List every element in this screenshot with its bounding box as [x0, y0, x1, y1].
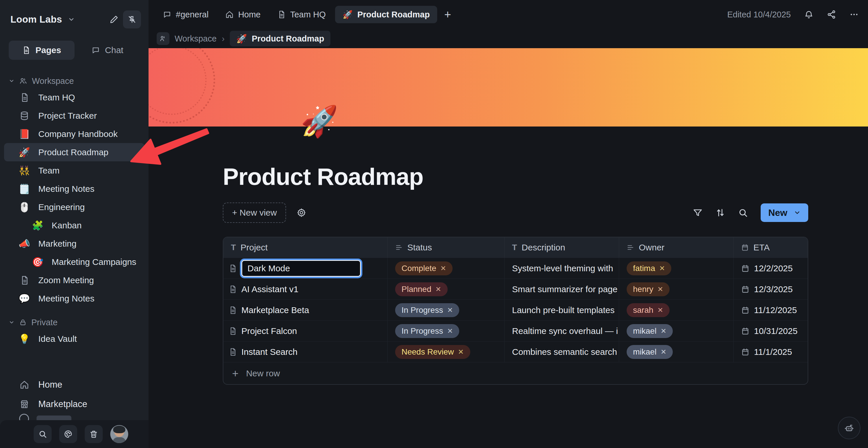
status-pill[interactable]: Planned✕: [395, 282, 447, 296]
sidebar-item-marketing[interactable]: 📣 Marketing: [0, 234, 149, 253]
page-title[interactable]: Product Roadmap: [223, 163, 868, 190]
trash-button[interactable]: [85, 425, 103, 443]
tab-general[interactable]: #general: [155, 6, 216, 23]
status-pill[interactable]: In Progress✕: [395, 324, 459, 338]
remove-tag-icon[interactable]: ✕: [660, 348, 666, 356]
edit-button[interactable]: [105, 10, 123, 28]
new-view-button[interactable]: + New view: [223, 203, 286, 223]
sidebar-item-marketplace[interactable]: Marketplace: [0, 394, 149, 414]
new-record-button[interactable]: New: [761, 203, 808, 222]
cell-owner[interactable]: henry✕: [619, 279, 734, 299]
cell-project[interactable]: Instant Search: [223, 341, 388, 362]
owner-pill[interactable]: henry✕: [627, 282, 670, 296]
page-cover-banner[interactable]: [149, 48, 868, 126]
owner-pill[interactable]: fatima✕: [627, 262, 671, 275]
share-button[interactable]: [827, 10, 836, 19]
chat-tab[interactable]: Chat: [74, 41, 141, 60]
sidebar-item-idea-vault[interactable]: 💡 Idea Vault: [0, 330, 149, 348]
breadcrumb-root[interactable]: Workspace: [175, 34, 217, 43]
sidebar-item-product-roadmap[interactable]: 🚀 Product Roadmap: [4, 143, 145, 161]
workspace-switcher[interactable]: Loom Labs: [10, 14, 62, 25]
remove-tag-icon[interactable]: ✕: [440, 264, 446, 272]
cell-owner[interactable]: mikael✕: [619, 341, 734, 362]
section-workspace[interactable]: Workspace: [0, 74, 149, 88]
theme-button[interactable]: [59, 425, 77, 443]
filter-button[interactable]: [693, 208, 703, 218]
workspace-icon[interactable]: [157, 32, 169, 45]
sidebar-item-meeting-notes-2[interactable]: 💬 Meeting Notes: [0, 289, 149, 307]
status-pill[interactable]: Needs Review✕: [395, 345, 470, 359]
cell-project[interactable]: Marketplace Beta: [223, 300, 388, 320]
cell-eta[interactable]: 12/2/2025: [734, 258, 808, 278]
remove-tag-icon[interactable]: ✕: [657, 306, 663, 314]
remove-tag-icon[interactable]: ✕: [447, 327, 453, 335]
sidebar-item-kanban[interactable]: 🧩 Kanban: [0, 216, 149, 234]
status-pill[interactable]: In Progress✕: [395, 303, 459, 317]
cell-owner[interactable]: sarah✕: [619, 300, 734, 320]
sidebar-item-zoom-meeting[interactable]: Zoom Meeting: [0, 271, 149, 289]
owner-pill[interactable]: sarah✕: [627, 303, 670, 317]
cell-project[interactable]: Project Falcon: [223, 321, 388, 341]
status-pill[interactable]: Complete✕: [395, 262, 453, 275]
chevron-down-icon[interactable]: [68, 16, 75, 23]
new-row-button[interactable]: + New row: [223, 362, 808, 384]
sort-button[interactable]: [715, 208, 725, 218]
new-tab-button[interactable]: +: [439, 6, 456, 23]
cell-project[interactable]: Dark Mode: [223, 258, 388, 278]
more-menu-button[interactable]: [849, 10, 859, 19]
cell-eta[interactable]: 12/3/2025: [734, 279, 808, 299]
sidebar-item-team-hq[interactable]: Team HQ: [0, 88, 149, 107]
cell-project[interactable]: AI Assistant v1: [223, 279, 388, 299]
user-avatar[interactable]: [110, 425, 128, 443]
search-table-button[interactable]: [738, 208, 748, 218]
sidebar-item-project-tracker[interactable]: Project Tracker: [0, 107, 149, 125]
assistant-button[interactable]: [838, 417, 861, 439]
sidebar-item-marketing-campaigns[interactable]: 🎯 Marketing Campaigns: [0, 253, 149, 271]
cell-status[interactable]: Planned✕: [388, 279, 504, 299]
cell-eta[interactable]: 11/12/2025: [734, 300, 808, 320]
notifications-button[interactable]: [804, 10, 813, 19]
remove-tag-icon[interactable]: ✕: [659, 264, 665, 272]
sidebar-item-home[interactable]: Home: [0, 375, 149, 394]
cell-description[interactable]: Combines semantic search: [504, 341, 619, 362]
pages-tab[interactable]: Pages: [9, 41, 74, 60]
cell-status[interactable]: In Progress✕: [388, 321, 504, 341]
owner-pill[interactable]: mikael✕: [627, 345, 673, 359]
column-header-eta[interactable]: ETA: [734, 237, 808, 258]
cell-status[interactable]: Complete✕: [388, 258, 504, 278]
cell-description[interactable]: Launch pre-built templates: [504, 300, 619, 320]
tab-product-roadmap[interactable]: 🚀 Product Roadmap: [335, 6, 437, 23]
remove-tag-icon[interactable]: ✕: [458, 348, 464, 356]
cell-eta[interactable]: 10/31/2025: [734, 321, 808, 341]
view-settings-button[interactable]: [297, 208, 306, 218]
search-button[interactable]: [34, 425, 52, 443]
cell-status[interactable]: In Progress✕: [388, 300, 504, 320]
section-private[interactable]: Private: [0, 315, 149, 330]
sidebar-item-engineering[interactable]: 🖱️ Engineering: [0, 198, 149, 216]
column-header-status[interactable]: Status: [388, 237, 504, 258]
column-header-owner[interactable]: Owner: [619, 237, 734, 258]
sidebar-item-company-handbook[interactable]: 📕 Company Handbook: [0, 125, 149, 143]
remove-tag-icon[interactable]: ✕: [435, 285, 441, 293]
cell-eta[interactable]: 11/1/2025: [734, 341, 808, 362]
unpin-sidebar-button[interactable]: [123, 10, 141, 28]
sidebar-item-team[interactable]: 👯 Team: [0, 161, 149, 180]
project-cell-editor[interactable]: Dark Mode: [241, 260, 361, 277]
owner-pill[interactable]: mikael✕: [627, 324, 673, 338]
remove-tag-icon[interactable]: ✕: [447, 306, 453, 314]
breadcrumb-current[interactable]: 🚀 Product Roadmap: [230, 31, 331, 47]
cell-owner[interactable]: mikael✕: [619, 321, 734, 341]
column-header-project[interactable]: T Project: [223, 237, 388, 258]
remove-tag-icon[interactable]: ✕: [657, 285, 663, 293]
column-header-description[interactable]: T Description: [504, 237, 619, 258]
cell-description[interactable]: System-level theming with: [504, 258, 619, 278]
sidebar-item-meeting-notes[interactable]: 🗒️ Meeting Notes: [0, 180, 149, 198]
cell-description[interactable]: Realtime sync overhaul — i: [504, 321, 619, 341]
tab-home[interactable]: Home: [218, 6, 268, 23]
tab-team-hq[interactable]: Team HQ: [270, 6, 333, 23]
cell-status[interactable]: Needs Review✕: [388, 341, 504, 362]
cell-owner[interactable]: fatima✕: [619, 258, 734, 278]
cell-description[interactable]: Smart summarizer for page: [504, 279, 619, 299]
page-icon-rocket[interactable]: 🚀: [301, 106, 338, 137]
remove-tag-icon[interactable]: ✕: [660, 327, 666, 335]
